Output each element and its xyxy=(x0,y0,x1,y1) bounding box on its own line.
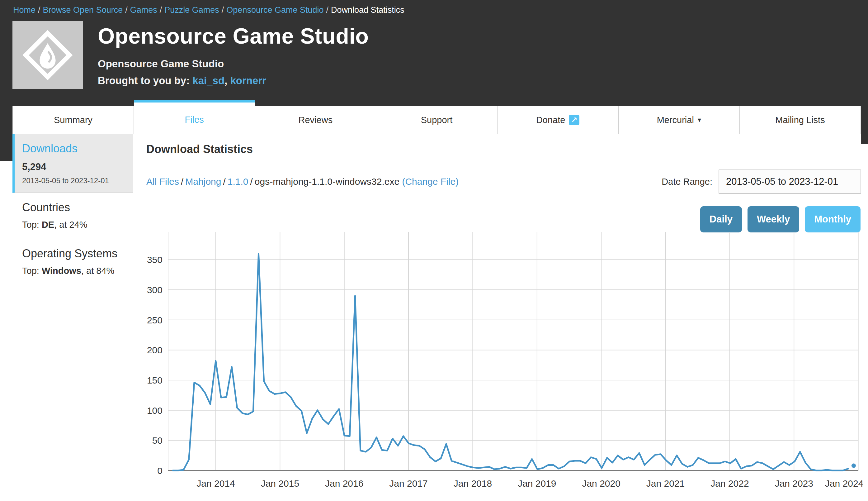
downloads-chart: 050100150200250300350Jan 2014Jan 2015Jan… xyxy=(133,231,868,501)
sidebar-downloads-title: Downloads xyxy=(22,142,125,155)
monthly-button[interactable]: Monthly xyxy=(805,206,860,232)
breadcrumb-puzzle-games[interactable]: Puzzle Games xyxy=(164,5,219,15)
tab-mercurial[interactable]: Mercurial▾ xyxy=(619,106,740,134)
tab-label: Mailing Lists xyxy=(775,115,825,125)
os-title: Operating Systems xyxy=(22,247,125,260)
svg-text:100: 100 xyxy=(147,405,163,416)
separator: / xyxy=(219,5,227,15)
svg-text:Jan 2020: Jan 2020 xyxy=(582,478,620,489)
breadcrumb-opensource-game-studio[interactable]: Opensource Game Studio xyxy=(226,5,323,15)
file-breadcrumb: All Files/Mahjong/1.1.0/ogs-mahjong-1.1.… xyxy=(146,176,459,187)
svg-text:Jan 2022: Jan 2022 xyxy=(711,478,749,489)
breadcrumb-download-statistics: Download Statistics xyxy=(331,5,404,15)
svg-text:Jan 2021: Jan 2021 xyxy=(646,478,685,489)
svg-text:Jan 2024: Jan 2024 xyxy=(825,478,863,489)
tab-files[interactable]: Files xyxy=(134,100,255,137)
author-link-kai_sd[interactable]: kai_sd xyxy=(193,75,224,86)
svg-text:Jan 2015: Jan 2015 xyxy=(261,478,299,489)
separator: / xyxy=(179,176,185,186)
stats-sidebar: Downloads 5,294 2013-05-05 to 2023-12-01… xyxy=(12,134,133,501)
byline-prefix: Brought to you by: xyxy=(98,75,190,86)
countries-title: Countries xyxy=(22,201,125,214)
tab-summary[interactable]: Summary xyxy=(12,106,134,134)
os-top: Top: Windows, at 84% xyxy=(22,266,125,276)
section-heading: Download Statistics xyxy=(146,134,868,156)
date-range-input[interactable] xyxy=(718,170,861,194)
daily-button[interactable]: Daily xyxy=(700,206,742,232)
author-link-kornerr[interactable]: kornerr xyxy=(230,75,266,86)
project-byline: Brought to you by: kai_sd, kornerr xyxy=(98,75,369,87)
svg-text:Jan 2019: Jan 2019 xyxy=(518,478,556,489)
file-name: ogs-mahjong-1.1.0-windows32.exe xyxy=(255,176,399,186)
separator: / xyxy=(324,5,331,15)
tab-mailing-lists[interactable]: Mailing Lists xyxy=(740,106,861,134)
sidebar-item-countries[interactable]: Countries Top: DE, at 24% xyxy=(12,193,133,239)
project-logo xyxy=(12,21,83,89)
downloads-count: 5,294 xyxy=(22,161,125,173)
content: Downloads 5,294 2013-05-05 to 2023-12-01… xyxy=(0,134,868,501)
svg-text:Jan 2016: Jan 2016 xyxy=(325,478,363,489)
sidebar-item-operating-systems[interactable]: Operating Systems Top: Windows, at 84% xyxy=(12,239,133,285)
tab-label: Mercurial xyxy=(657,115,694,125)
tab-label: Reviews xyxy=(299,115,333,125)
page-header: Home/Browse Open Source/Games/Puzzle Gam… xyxy=(0,0,868,106)
tab-donate[interactable]: Donate↗ xyxy=(497,106,619,134)
breadcrumb-home[interactable]: Home xyxy=(13,5,35,15)
svg-text:150: 150 xyxy=(147,375,163,385)
separator: / xyxy=(35,5,43,15)
separator: / xyxy=(221,176,227,186)
left-dark-sliver xyxy=(0,134,12,161)
page-title: Opensource Game Studio xyxy=(98,24,369,49)
file-breadcrumb-mahjong[interactable]: Mahjong xyxy=(185,176,221,186)
weekly-button[interactable]: Weekly xyxy=(748,206,799,232)
svg-text:Jan 2023: Jan 2023 xyxy=(775,478,813,489)
breadcrumb-games[interactable]: Games xyxy=(130,5,157,15)
separator: / xyxy=(157,5,165,15)
svg-text:250: 250 xyxy=(147,315,163,325)
svg-text:Jan 2018: Jan 2018 xyxy=(454,478,492,489)
file-breadcrumb-all-files[interactable]: All Files xyxy=(146,176,179,186)
tab-label: Files xyxy=(185,115,204,125)
line-chart: 050100150200250300350Jan 2014Jan 2015Jan… xyxy=(133,231,868,501)
separator: / xyxy=(123,5,130,15)
byline-comma: , xyxy=(224,75,230,86)
breadcrumb-browse-open-source[interactable]: Browse Open Source xyxy=(43,5,123,15)
tab-label: Donate xyxy=(536,115,565,125)
granularity-buttons: DailyWeeklyMonthly xyxy=(146,206,868,232)
change-file-link[interactable]: (Change File) xyxy=(402,176,459,186)
date-range-label: Date Range: xyxy=(662,177,712,187)
tabs: SummaryFilesReviewsSupportDonate↗Mercuri… xyxy=(12,106,861,134)
tab-support[interactable]: Support xyxy=(376,106,497,134)
svg-text:350: 350 xyxy=(147,255,163,265)
masthead: Opensource Game Studio Opensource Game S… xyxy=(0,15,868,89)
separator: / xyxy=(249,176,255,186)
diamond-droplet-icon xyxy=(23,30,73,80)
project-subtitle: Opensource Game Studio xyxy=(98,58,369,70)
chevron-down-icon: ▾ xyxy=(698,116,701,124)
svg-text:Jan 2014: Jan 2014 xyxy=(196,478,235,489)
svg-text:300: 300 xyxy=(147,285,163,295)
external-link-icon: ↗ xyxy=(569,115,579,125)
countries-top: Top: DE, at 24% xyxy=(22,220,125,230)
tab-label: Support xyxy=(421,115,453,125)
svg-text:50: 50 xyxy=(152,435,163,446)
downloads-date-range: 2013-05-05 to 2023-12-01 xyxy=(22,176,125,185)
svg-text:200: 200 xyxy=(147,345,163,355)
svg-text:0: 0 xyxy=(157,466,163,476)
tab-label: Summary xyxy=(54,115,92,125)
tab-bar: SummaryFilesReviewsSupportDonate↗Mercuri… xyxy=(0,106,868,134)
main-panel: Download Statistics All Files/Mahjong/1.… xyxy=(133,134,868,501)
tab-reviews[interactable]: Reviews xyxy=(255,106,376,134)
svg-text:Jan 2017: Jan 2017 xyxy=(389,478,427,489)
sidebar-item-downloads[interactable]: Downloads 5,294 2013-05-05 to 2023-12-01 xyxy=(12,134,133,193)
breadcrumb: Home/Browse Open Source/Games/Puzzle Gam… xyxy=(0,0,868,15)
file-breadcrumb-version[interactable]: 1.1.0 xyxy=(228,176,249,186)
